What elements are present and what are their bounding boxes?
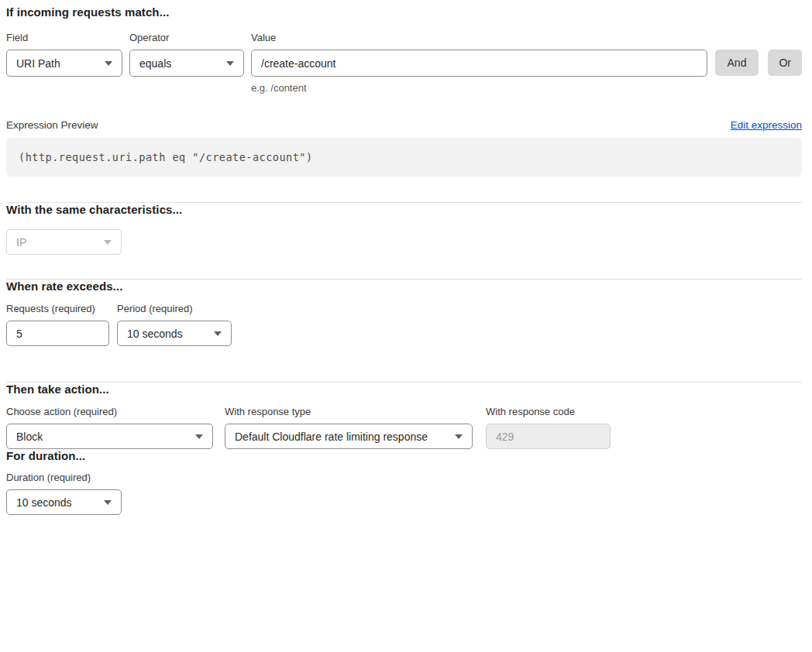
choose-action-select[interactable]: Block bbox=[6, 424, 213, 449]
section-title-action: Then take action... bbox=[6, 383, 802, 396]
duration-label: Duration (required) bbox=[6, 472, 802, 484]
requests-input[interactable] bbox=[6, 321, 109, 346]
expression-code-text: (http.request.uri.path eq "/create-accou… bbox=[19, 151, 313, 163]
choose-action-select-value: Block bbox=[16, 431, 43, 443]
chevron-down-icon bbox=[455, 434, 463, 439]
period-label: Period (required) bbox=[117, 303, 232, 315]
expression-preview-code: (http.request.uri.path eq "/create-accou… bbox=[6, 138, 802, 177]
section-match: If incoming requests match... Field URI … bbox=[6, 5, 802, 177]
response-code-label: With response code bbox=[486, 406, 611, 418]
duration-column: Duration (required) 10 seconds bbox=[6, 472, 802, 515]
period-column: Period (required) 10 seconds bbox=[117, 303, 232, 346]
characteristic-select: IP bbox=[6, 229, 122, 255]
section-action: Then take action... Choose action (requi… bbox=[6, 383, 802, 449]
duration-select[interactable]: 10 seconds bbox=[6, 489, 122, 515]
and-button[interactable]: And bbox=[715, 50, 759, 76]
duration-select-value: 10 seconds bbox=[16, 496, 72, 509]
section-rate: When rate exceeds... Requests (required)… bbox=[6, 280, 802, 346]
value-column: Value e.g. /content bbox=[251, 32, 707, 94]
field-select[interactable]: URI Path bbox=[6, 50, 122, 77]
expression-connector-buttons: And Or bbox=[715, 50, 802, 76]
section-title-duration: For duration... bbox=[6, 449, 802, 462]
section-characteristics: With the same characteristics... IP bbox=[6, 203, 802, 255]
response-type-label: With response type bbox=[225, 406, 473, 418]
value-label: Value bbox=[251, 32, 707, 44]
period-select-value: 10 seconds bbox=[127, 328, 183, 340]
response-type-select[interactable]: Default Cloudflare rate limiting respons… bbox=[225, 424, 473, 449]
choose-action-column: Choose action (required) Block bbox=[6, 406, 213, 449]
chevron-down-icon bbox=[195, 434, 203, 439]
action-controls-row: Choose action (required) Block With resp… bbox=[6, 406, 802, 449]
chevron-down-icon bbox=[104, 500, 112, 505]
rate-controls-row: Requests (required) Period (required) 10… bbox=[6, 303, 802, 346]
chevron-down-icon bbox=[214, 331, 222, 336]
choose-action-label: Choose action (required) bbox=[6, 406, 213, 418]
or-button[interactable]: Or bbox=[768, 50, 802, 76]
requests-column: Requests (required) bbox=[6, 303, 109, 346]
rate-limiting-rule-form: If incoming requests match... Field URI … bbox=[0, 0, 812, 521]
field-label: Field bbox=[6, 32, 122, 44]
section-title-rate: When rate exceeds... bbox=[6, 280, 802, 293]
value-hint: e.g. /content bbox=[251, 82, 707, 94]
operator-select-value: equals bbox=[139, 57, 171, 70]
operator-select[interactable]: equals bbox=[129, 50, 244, 77]
section-duration: For duration... Duration (required) 10 s… bbox=[6, 449, 802, 515]
period-select[interactable]: 10 seconds bbox=[117, 321, 232, 346]
response-code-column: With response code bbox=[486, 406, 611, 449]
chevron-down-icon bbox=[104, 240, 112, 245]
operator-column: Operator equals bbox=[129, 32, 244, 77]
requests-label: Requests (required) bbox=[6, 303, 109, 315]
expression-preview-label: Expression Preview bbox=[6, 119, 98, 131]
response-code-input bbox=[486, 424, 611, 449]
field-select-value: URI Path bbox=[16, 57, 60, 70]
field-column: Field URI Path bbox=[6, 32, 122, 77]
edit-expression-link[interactable]: Edit expression bbox=[731, 119, 802, 131]
response-type-select-value: Default Cloudflare rate limiting respons… bbox=[235, 431, 428, 443]
operator-label: Operator bbox=[129, 32, 244, 44]
response-type-column: With response type Default Cloudflare ra… bbox=[225, 406, 473, 449]
match-controls-row: Field URI Path Operator equals Value e.g… bbox=[6, 32, 802, 94]
chevron-down-icon bbox=[105, 61, 112, 66]
characteristic-select-value: IP bbox=[16, 236, 26, 249]
chevron-down-icon bbox=[226, 61, 234, 66]
section-title-characteristics: With the same characteristics... bbox=[6, 203, 802, 216]
section-title-match: If incoming requests match... bbox=[6, 5, 802, 19]
expression-preview-header: Expression Preview Edit expression bbox=[6, 119, 802, 131]
value-input[interactable] bbox=[251, 50, 707, 77]
